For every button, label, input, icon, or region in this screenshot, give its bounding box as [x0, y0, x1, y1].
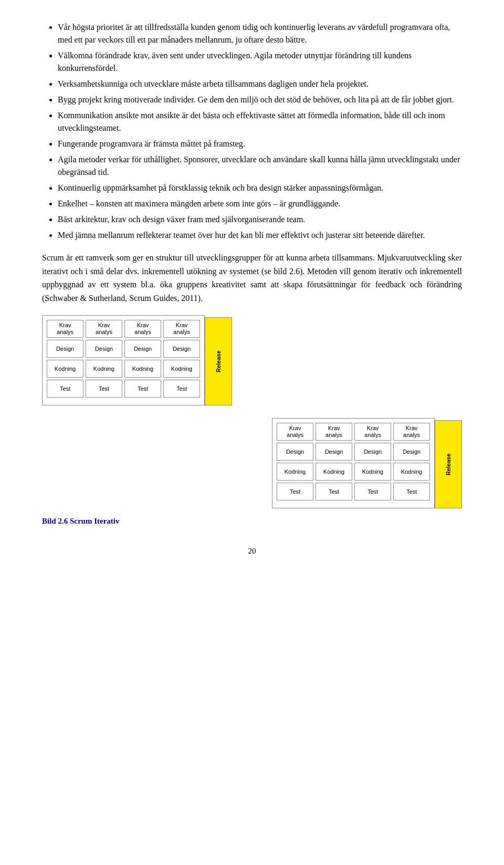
cell-1-4: Kravanalys [163, 320, 200, 338]
bullet-item-5: Kommunikation ansikte mot ansikte är det… [58, 109, 462, 134]
cell2-4-2: Test [316, 483, 352, 501]
page-number: 20 [42, 547, 462, 556]
bullet-item-1: Vår högsta prioritet är att tillfredsstä… [58, 21, 462, 46]
cell2-2-4: Design [393, 443, 430, 461]
cell-2-4: Design [163, 340, 200, 358]
diagram-caption: Bild 2.6 Scrum Iterativ [42, 517, 462, 526]
bullet-item-8: Kontinuerlig uppmärksamhet på förstklass… [58, 182, 462, 194]
cell2-1-2: Kravanalys [316, 423, 352, 441]
cell-3-4: Kodning [163, 360, 200, 378]
diagram-2: Kravanalys Kravanalys Kravanalys Kravana… [272, 418, 462, 508]
cell-4-3: Test [124, 380, 161, 398]
cell2-1-4: Kravanalys [393, 423, 430, 441]
bullet-item-3: Verksamhetskunniga och utvecklare måste … [58, 78, 462, 90]
cell2-1-3: Kravanalys [354, 423, 391, 441]
cell-3-3: Kodning [124, 360, 161, 378]
release-block-1: Release [205, 317, 232, 405]
cell2-2-1: Design [277, 443, 313, 461]
bullet-item-2: Välkomna förändrade krav, även sent unde… [58, 49, 462, 75]
cell2-4-3: Test [354, 483, 391, 501]
sprint-grid-1: Kravanalys Kravanalys Kravanalys Kravana… [42, 315, 205, 405]
cell-1-1: Kravanalys [47, 320, 83, 338]
cell2-4-1: Test [277, 483, 313, 501]
release-block-2: Release [435, 420, 462, 508]
sprint-grid-2: Kravanalys Kravanalys Kravanalys Kravana… [272, 418, 435, 508]
bullet-item-4: Bygg projekt kring motiverade individer.… [58, 93, 462, 106]
cell-2-3: Design [124, 340, 161, 358]
bullet-list: Vår högsta prioritet är att tillfredsstä… [58, 21, 462, 242]
bullet-item-10: Bäst arkitektur, krav och design växer f… [58, 213, 462, 226]
diagram-1: Kravanalys Kravanalys Kravanalys Kravana… [42, 315, 232, 405]
cell-4-1: Test [47, 380, 83, 398]
cell2-2-3: Design [354, 443, 391, 461]
cell-2-1: Design [47, 340, 83, 358]
bullet-item-9: Enkelhet – konsten att maximera mängden … [58, 197, 462, 210]
main-paragraph: Scrum är ett ramverk som ger en struktur… [42, 251, 462, 305]
diagrams-section: Kravanalys Kravanalys Kravanalys Kravana… [42, 315, 462, 508]
cell2-3-4: Kodning [393, 463, 430, 481]
cell-1-3: Kravanalys [124, 320, 161, 338]
cell-1-2: Kravanalys [86, 320, 122, 338]
cell2-3-2: Kodning [316, 463, 352, 481]
cell2-2-2: Design [316, 443, 352, 461]
cell-3-2: Kodning [86, 360, 122, 378]
cell-3-1: Kodning [47, 360, 83, 378]
cell-2-2: Design [86, 340, 122, 358]
cell2-1-1: Kravanalys [277, 423, 313, 441]
cell2-3-3: Kodning [354, 463, 391, 481]
bullet-item-6: Fungerande programvara är främsta måttet… [58, 138, 462, 150]
cell2-4-4: Test [393, 483, 430, 501]
bullet-item-11: Med jämna mellanrum reflekterar teamet ö… [58, 229, 462, 242]
cell2-3-1: Kodning [277, 463, 313, 481]
cell-4-2: Test [86, 380, 122, 398]
bullet-item-7: Agila metoder verkar för uthållighet. Sp… [58, 153, 462, 179]
cell-4-4: Test [163, 380, 200, 398]
